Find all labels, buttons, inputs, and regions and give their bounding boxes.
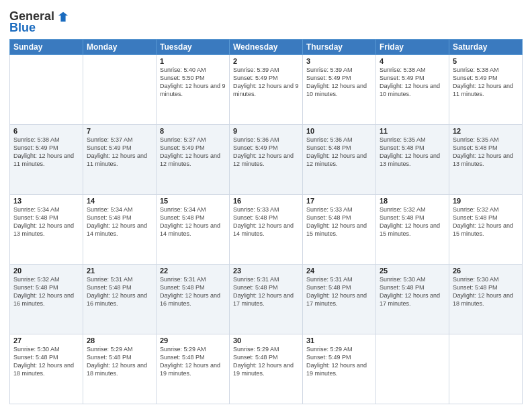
weekday-header-row: SundayMondayTuesdayWednesdayThursdayFrid… (10, 40, 523, 55)
day-info: Sunrise: 5:31 AM Sunset: 5:48 PM Dayligh… (233, 275, 299, 308)
day-number: 29 (160, 336, 226, 345)
calendar-cell: 5Sunrise: 5:38 AM Sunset: 5:49 PM Daylig… (449, 55, 523, 125)
day-number: 3 (306, 57, 372, 65)
calendar-cell (10, 55, 83, 125)
calendar-cell: 31Sunrise: 5:29 AM Sunset: 5:49 PM Dayli… (303, 334, 376, 404)
calendar-cell: 22Sunrise: 5:31 AM Sunset: 5:48 PM Dayli… (157, 265, 230, 334)
weekday-header-friday: Friday (376, 40, 449, 55)
day-number: 20 (13, 267, 79, 275)
header: General Blue (9, 7, 523, 35)
day-info: Sunrise: 5:31 AM Sunset: 5:48 PM Dayligh… (306, 275, 372, 308)
day-info: Sunrise: 5:29 AM Sunset: 5:49 PM Dayligh… (306, 345, 372, 378)
logo-area: General Blue (9, 7, 69, 35)
day-number: 31 (306, 336, 372, 345)
day-info: Sunrise: 5:35 AM Sunset: 5:48 PM Dayligh… (380, 136, 445, 169)
day-info: Sunrise: 5:33 AM Sunset: 5:48 PM Dayligh… (306, 205, 372, 238)
day-info: Sunrise: 5:39 AM Sunset: 5:49 PM Dayligh… (306, 66, 372, 99)
day-number: 23 (233, 267, 299, 275)
day-number: 25 (380, 267, 445, 275)
calendar-cell: 3Sunrise: 5:39 AM Sunset: 5:49 PM Daylig… (303, 55, 376, 125)
day-info: Sunrise: 5:37 AM Sunset: 5:49 PM Dayligh… (160, 136, 226, 169)
day-number: 17 (306, 197, 372, 205)
day-number: 6 (13, 127, 79, 135)
day-number: 7 (87, 127, 152, 135)
calendar-cell: 14Sunrise: 5:34 AM Sunset: 5:48 PM Dayli… (83, 195, 157, 265)
day-info: Sunrise: 5:34 AM Sunset: 5:48 PM Dayligh… (13, 205, 79, 238)
day-info: Sunrise: 5:32 AM Sunset: 5:48 PM Dayligh… (453, 205, 519, 238)
weekday-header-thursday: Thursday (303, 40, 376, 55)
day-info: Sunrise: 5:34 AM Sunset: 5:48 PM Dayligh… (87, 205, 152, 238)
calendar-cell: 10Sunrise: 5:36 AM Sunset: 5:48 PM Dayli… (303, 125, 376, 195)
calendar-cell: 9Sunrise: 5:36 AM Sunset: 5:49 PM Daylig… (230, 125, 303, 195)
day-info: Sunrise: 5:29 AM Sunset: 5:48 PM Dayligh… (87, 345, 152, 378)
day-info: Sunrise: 5:37 AM Sunset: 5:49 PM Dayligh… (87, 136, 152, 169)
day-info: Sunrise: 5:39 AM Sunset: 5:49 PM Dayligh… (233, 66, 299, 99)
calendar-cell (449, 334, 523, 404)
day-info: Sunrise: 5:35 AM Sunset: 5:48 PM Dayligh… (453, 136, 519, 169)
day-number: 2 (233, 57, 299, 65)
calendar-cell: 16Sunrise: 5:33 AM Sunset: 5:48 PM Dayli… (230, 195, 303, 265)
day-info: Sunrise: 5:31 AM Sunset: 5:48 PM Dayligh… (87, 275, 152, 308)
day-number: 15 (160, 197, 226, 205)
day-number: 24 (306, 267, 372, 275)
day-info: Sunrise: 5:40 AM Sunset: 5:50 PM Dayligh… (160, 66, 226, 99)
logo-flag-icon (57, 11, 69, 23)
calendar-cell: 24Sunrise: 5:31 AM Sunset: 5:48 PM Dayli… (303, 265, 376, 334)
day-info: Sunrise: 5:30 AM Sunset: 5:48 PM Dayligh… (453, 275, 519, 308)
day-number: 12 (453, 127, 519, 135)
day-info: Sunrise: 5:29 AM Sunset: 5:48 PM Dayligh… (233, 345, 299, 378)
day-info: Sunrise: 5:30 AM Sunset: 5:48 PM Dayligh… (380, 275, 445, 308)
day-number: 28 (87, 336, 152, 345)
weekday-header-sunday: Sunday (10, 40, 83, 55)
calendar-cell: 15Sunrise: 5:34 AM Sunset: 5:48 PM Dayli… (157, 195, 230, 265)
logo-blue-text: Blue (9, 21, 36, 35)
weekday-header-tuesday: Tuesday (157, 40, 230, 55)
calendar-cell: 29Sunrise: 5:29 AM Sunset: 5:48 PM Dayli… (157, 334, 230, 404)
week-row-0: 1Sunrise: 5:40 AM Sunset: 5:50 PM Daylig… (10, 55, 523, 125)
calendar-cell: 20Sunrise: 5:32 AM Sunset: 5:48 PM Dayli… (10, 265, 83, 334)
day-info: Sunrise: 5:31 AM Sunset: 5:48 PM Dayligh… (160, 275, 226, 308)
calendar-cell: 8Sunrise: 5:37 AM Sunset: 5:49 PM Daylig… (157, 125, 230, 195)
day-number: 19 (453, 197, 519, 205)
day-number: 10 (306, 127, 372, 135)
calendar-cell: 2Sunrise: 5:39 AM Sunset: 5:49 PM Daylig… (230, 55, 303, 125)
day-number: 8 (160, 127, 226, 135)
day-number: 13 (13, 197, 79, 205)
calendar-cell: 23Sunrise: 5:31 AM Sunset: 5:48 PM Dayli… (230, 265, 303, 334)
day-info: Sunrise: 5:34 AM Sunset: 5:48 PM Dayligh… (160, 205, 226, 238)
day-number: 16 (233, 197, 299, 205)
week-row-1: 6Sunrise: 5:38 AM Sunset: 5:49 PM Daylig… (10, 125, 523, 195)
calendar-cell: 11Sunrise: 5:35 AM Sunset: 5:48 PM Dayli… (376, 125, 449, 195)
day-number: 27 (13, 336, 79, 345)
day-number: 30 (233, 336, 299, 345)
day-info: Sunrise: 5:33 AM Sunset: 5:48 PM Dayligh… (233, 205, 299, 238)
day-number: 4 (380, 57, 445, 65)
calendar-cell: 18Sunrise: 5:32 AM Sunset: 5:48 PM Dayli… (376, 195, 449, 265)
day-number: 1 (160, 57, 226, 65)
calendar-cell: 1Sunrise: 5:40 AM Sunset: 5:50 PM Daylig… (157, 55, 230, 125)
week-row-3: 20Sunrise: 5:32 AM Sunset: 5:48 PM Dayli… (10, 265, 523, 334)
day-number: 5 (453, 57, 519, 65)
day-number: 11 (380, 127, 445, 135)
weekday-header-monday: Monday (83, 40, 157, 55)
day-info: Sunrise: 5:38 AM Sunset: 5:49 PM Dayligh… (13, 136, 79, 169)
day-number: 22 (160, 267, 226, 275)
day-info: Sunrise: 5:36 AM Sunset: 5:48 PM Dayligh… (306, 136, 372, 169)
calendar-cell (83, 55, 157, 125)
day-number: 26 (453, 267, 519, 275)
calendar-cell: 30Sunrise: 5:29 AM Sunset: 5:48 PM Dayli… (230, 334, 303, 404)
calendar-cell: 25Sunrise: 5:30 AM Sunset: 5:48 PM Dayli… (376, 265, 449, 334)
calendar-cell: 28Sunrise: 5:29 AM Sunset: 5:48 PM Dayli… (83, 334, 157, 404)
calendar-cell: 4Sunrise: 5:38 AM Sunset: 5:49 PM Daylig… (376, 55, 449, 125)
day-info: Sunrise: 5:32 AM Sunset: 5:48 PM Dayligh… (13, 275, 79, 308)
calendar-table: SundayMondayTuesdayWednesdayThursdayFrid… (9, 39, 523, 404)
day-info: Sunrise: 5:30 AM Sunset: 5:48 PM Dayligh… (13, 345, 79, 378)
calendar-cell: 12Sunrise: 5:35 AM Sunset: 5:48 PM Dayli… (449, 125, 523, 195)
calendar-cell: 6Sunrise: 5:38 AM Sunset: 5:49 PM Daylig… (10, 125, 83, 195)
day-number: 14 (87, 197, 152, 205)
day-info: Sunrise: 5:32 AM Sunset: 5:48 PM Dayligh… (380, 205, 445, 238)
day-info: Sunrise: 5:38 AM Sunset: 5:49 PM Dayligh… (380, 66, 445, 99)
weekday-header-saturday: Saturday (449, 40, 523, 55)
day-number: 18 (380, 197, 445, 205)
week-row-4: 27Sunrise: 5:30 AM Sunset: 5:48 PM Dayli… (10, 334, 523, 404)
